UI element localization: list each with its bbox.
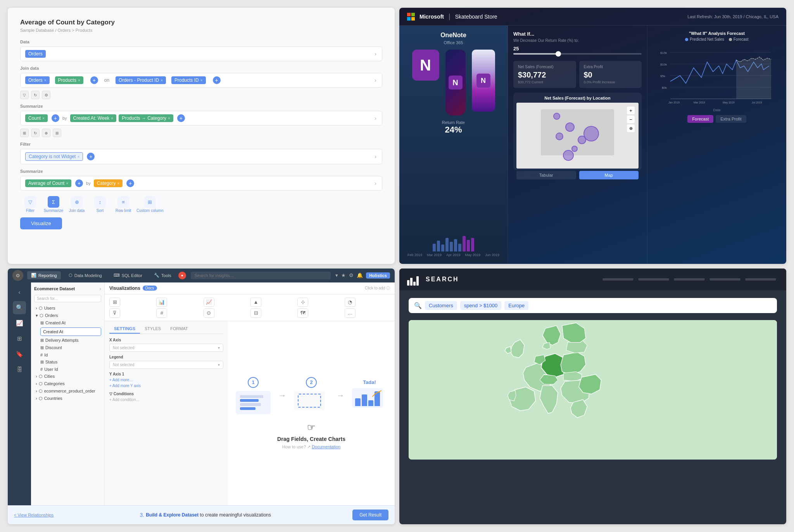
join-orders-tag[interactable]: Orders × <box>25 76 50 84</box>
top-search-input[interactable] <box>191 272 331 279</box>
created-at-tag[interactable]: Created At: Week × <box>70 114 117 122</box>
tab-format[interactable]: FORMAT <box>166 324 193 334</box>
sort-btn[interactable]: ↕ Sort <box>90 196 110 213</box>
topbar-sql-editor[interactable]: ⌨ SQL Editor <box>110 271 146 279</box>
x-axis-dropdown[interactable]: Not selected ▾ <box>109 344 223 352</box>
topbar-settings[interactable]: ⚙ <box>349 272 354 278</box>
tree-cities[interactable]: › ⬡ Cities <box>34 373 101 380</box>
topbar-reporting[interactable]: 📊 Reporting <box>27 271 61 279</box>
tree-discount[interactable]: ⊞ Discount <box>34 344 101 351</box>
legend-dropdown[interactable]: Not selected ▾ <box>109 361 223 369</box>
holistics-app-icon[interactable]: ⊙ <box>12 270 23 281</box>
view-relationships-btn[interactable]: < View Relationships <box>14 513 54 517</box>
join-key-add[interactable]: + <box>213 76 221 84</box>
return-rate-slider[interactable] <box>513 53 642 55</box>
ctrl-filter[interactable]: ▽ <box>20 91 29 99</box>
ctrl2[interactable]: ↻ <box>31 129 40 137</box>
count-add[interactable]: + <box>52 114 59 122</box>
tree-categories[interactable]: › ⬡ Categories <box>34 380 101 387</box>
avg-count-tag[interactable]: Average of Count × <box>25 179 71 187</box>
orders-tag[interactable]: Orders <box>25 50 46 58</box>
visualize-button[interactable]: Visualize <box>20 217 62 229</box>
viz-bar[interactable]: 📊 <box>156 298 167 307</box>
ctrl4[interactable]: ⊞ <box>53 129 61 137</box>
viz-line[interactable]: 📈 <box>204 298 214 307</box>
search-bar[interactable]: 🔍 Customers spend > $1000 Europe <box>409 298 777 313</box>
tag-europe[interactable]: Europe <box>504 301 528 310</box>
join-add-btn[interactable]: + <box>90 76 98 84</box>
tree-countries[interactable]: › ⬡ Countries <box>34 395 101 402</box>
join-data-row[interactable]: Orders × Products × + on Orders - Produc… <box>20 73 382 88</box>
tree-orders[interactable]: ▾ ⬡ Orders <box>34 312 101 319</box>
custom-col-btn[interactable]: ⊞ Custom column <box>136 196 163 213</box>
viz-heatmap[interactable]: ⊟ <box>250 308 261 318</box>
tree-status[interactable]: ⊞ Status <box>34 358 101 366</box>
tree-id[interactable]: # Id <box>34 351 101 358</box>
map-zoom-in[interactable]: + <box>627 107 635 114</box>
filter-row[interactable]: Category is not Widget × + › <box>20 149 382 164</box>
topbar-star[interactable]: ★ <box>341 272 346 278</box>
sidebar-icon-chart[interactable]: 📈 <box>13 317 26 330</box>
sidebar-icon-database[interactable]: 🗄 <box>13 363 26 376</box>
summarize1-row[interactable]: Count × + by Created At: Week × Products… <box>20 111 382 126</box>
summarize2-row[interactable]: Average of Count × + by Category × + › <box>20 176 382 191</box>
doc-link[interactable]: Documentation <box>312 444 340 449</box>
topbar-tools[interactable]: 🔧 Tools <box>150 271 175 279</box>
slider-thumb[interactable] <box>556 51 561 57</box>
topbar-bell[interactable]: 🔔 <box>357 272 363 278</box>
viz-gauge[interactable]: ⊙ <box>204 308 214 318</box>
tree-delivery[interactable]: ⊞ Delivery Attempts <box>34 337 101 344</box>
data-row[interactable]: Orders › <box>20 46 382 61</box>
tab-tabular[interactable]: Tabular <box>516 171 576 179</box>
viz-scatter[interactable]: ⊹ <box>297 298 308 307</box>
join-left-key[interactable]: Orders - Product ID × <box>116 76 166 84</box>
sidebar-icon-bookmark[interactable]: 🔖 <box>13 348 26 361</box>
add-y2-btn[interactable]: + Add more Y axis <box>109 384 223 388</box>
join-data-btn[interactable]: ⊕ Join data <box>67 196 87 213</box>
dataset-search[interactable]: Search for... <box>34 295 101 302</box>
viz-more[interactable]: … <box>345 308 356 318</box>
tree-ecommerce[interactable]: › ⬡ ecommerce_product_order <box>34 387 101 395</box>
tree-created-at[interactable]: ⊞ Created At <box>34 319 101 327</box>
ctrl-settings[interactable]: ⚙ <box>42 91 50 99</box>
row-limit-btn[interactable]: ≡ Row limit <box>113 196 133 213</box>
tree-users[interactable]: › ⬡ Users <box>34 305 101 312</box>
filter-add[interactable]: + <box>87 153 95 160</box>
map-search[interactable]: ⊕ <box>627 124 635 132</box>
cat-add[interactable]: + <box>126 179 134 187</box>
viz-number[interactable]: # <box>156 308 167 318</box>
count-tag[interactable]: Count × <box>25 114 48 122</box>
by-add[interactable]: + <box>177 114 185 122</box>
tree-user-id[interactable]: # User Id <box>34 366 101 373</box>
created-at-input[interactable] <box>40 327 101 336</box>
summarize-btn[interactable]: Σ Summarize <box>43 196 64 213</box>
viz-table[interactable]: ⊞ <box>109 298 120 307</box>
products-category-tag[interactable]: Products → Category × <box>119 114 173 122</box>
tab-styles[interactable]: STYLES <box>140 324 166 334</box>
sidebar-icon-back[interactable]: ‹ <box>13 286 26 299</box>
filter-btn[interactable]: ▽ Filter <box>20 196 40 213</box>
ctrl-sort[interactable]: ↻ <box>31 91 40 99</box>
ctrl1[interactable]: ⊞ <box>20 129 29 137</box>
tab-extra-profit[interactable]: Extra Profit <box>716 115 746 123</box>
viz-funnel[interactable]: ⊽ <box>109 308 120 318</box>
category-tag[interactable]: Category × <box>94 179 123 187</box>
tab-map[interactable]: Map <box>579 171 639 179</box>
viz-map[interactable]: 🗺 <box>297 308 308 318</box>
ctrl3[interactable]: ⊕ <box>42 129 50 137</box>
viz-pie[interactable]: ◔ <box>345 298 356 307</box>
add-more-btn[interactable]: + Add more... <box>109 378 223 382</box>
join-products-tag[interactable]: Products × <box>55 76 83 84</box>
dataset-expand-icon[interactable]: › <box>99 286 101 292</box>
topbar-dropdown[interactable]: ▾ <box>335 272 338 278</box>
add-condition-btn[interactable]: + Add condition... <box>109 398 223 402</box>
map-zoom-out[interactable]: − <box>627 115 635 123</box>
sidebar-icon-search[interactable]: 🔍 <box>13 301 26 314</box>
topbar-data-modeling[interactable]: ⬡ Data Modeling <box>65 271 106 279</box>
filter-condition-tag[interactable]: Category is not Widget × <box>25 152 83 161</box>
get-result-button[interactable]: Get Result <box>352 510 388 520</box>
avg-add[interactable]: + <box>75 179 83 187</box>
join-right-key[interactable]: Products ID × <box>171 76 206 84</box>
record-btn[interactable]: ● <box>178 272 186 279</box>
tab-settings[interactable]: SETTINGS <box>109 324 140 334</box>
